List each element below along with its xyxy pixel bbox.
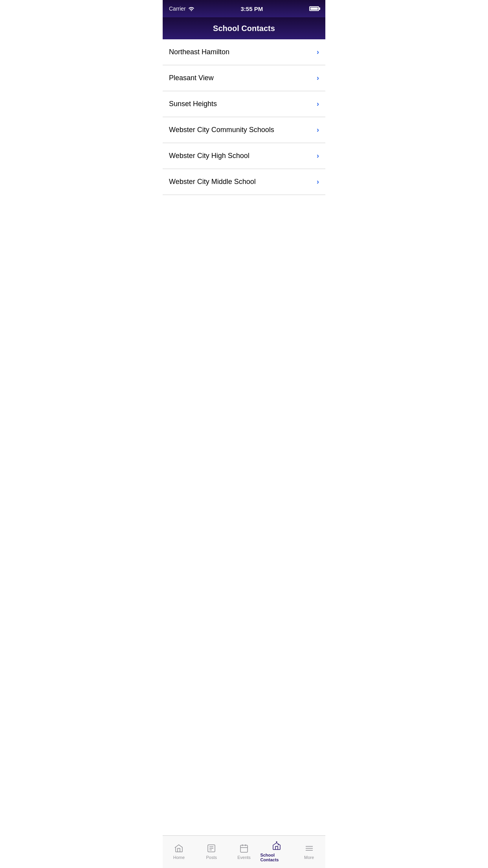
list-item[interactable]: Webster City Community Schools› [163, 117, 325, 143]
list-item[interactable]: Webster City High School› [163, 143, 325, 169]
battery-icon [309, 6, 319, 11]
page-title: School Contacts [213, 24, 275, 33]
school-list: Northeast Hamilton›Pleasant View›Sunset … [163, 39, 325, 195]
status-bar: Carrier 3:55 PM [163, 0, 325, 17]
chevron-right-icon: › [317, 100, 319, 108]
header: School Contacts [163, 17, 325, 39]
list-item[interactable]: Pleasant View› [163, 65, 325, 91]
status-bar-time: 3:55 PM [241, 6, 263, 12]
list-item-label: Northeast Hamilton [169, 48, 229, 56]
carrier-label: Carrier [169, 6, 186, 12]
wifi-icon [188, 6, 194, 11]
list-item[interactable]: Northeast Hamilton› [163, 39, 325, 65]
list-item-label: Webster City High School [169, 152, 250, 160]
list-item-label: Webster City Community Schools [169, 126, 274, 134]
list-item-label: Pleasant View [169, 74, 214, 82]
status-bar-left: Carrier [169, 6, 194, 12]
main-content: Northeast Hamilton›Pleasant View›Sunset … [163, 39, 325, 228]
list-item[interactable]: Sunset Heights› [163, 91, 325, 117]
status-bar-right [309, 6, 319, 11]
list-item[interactable]: Webster City Middle School› [163, 169, 325, 195]
list-item-label: Sunset Heights [169, 100, 217, 108]
chevron-right-icon: › [317, 48, 319, 56]
chevron-right-icon: › [317, 74, 319, 82]
chevron-right-icon: › [317, 152, 319, 160]
list-item-label: Webster City Middle School [169, 178, 256, 186]
chevron-right-icon: › [317, 178, 319, 186]
chevron-right-icon: › [317, 126, 319, 134]
